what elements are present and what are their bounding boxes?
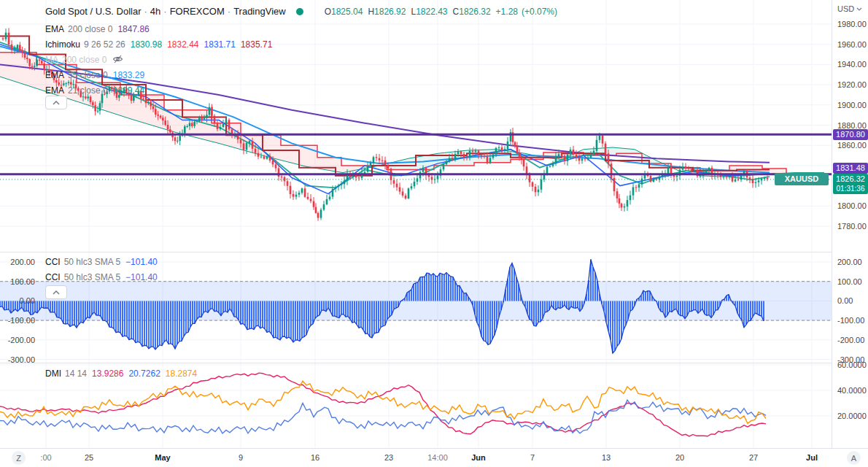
legend-row-cci-50[interactable]: CCI50 hlc3 SMA 5−101.40 — [45, 255, 158, 270]
time-label: 27 — [749, 453, 758, 462]
currency-selector[interactable]: USD — [837, 4, 862, 13]
dmi-tick: 60.0000 — [837, 360, 867, 369]
chevron-down-icon — [856, 7, 862, 11]
indicator-name: EMA — [45, 24, 64, 34]
time-label: 23 — [384, 453, 393, 462]
cci-tick: -200.00 — [837, 336, 864, 344]
dmi-tick: 40.0000 — [837, 386, 867, 395]
time-label: Jun — [471, 453, 486, 462]
time-label: 13 — [602, 453, 611, 462]
indicator-value: 1830.98 — [131, 39, 162, 50]
legend-row-dmi-14[interactable]: DMI14 1413.928620.726218.2874 — [45, 366, 197, 382]
eye-off-icon[interactable] — [112, 54, 123, 64]
legend-row-ichimoku-9[interactable]: Ichimoku9 26 52 261830.981832.441831.711… — [45, 37, 272, 53]
indicator-value: 1831.71 — [204, 39, 236, 50]
indicator-value: 1829.44 — [113, 85, 144, 96]
indicator-params: 9 26 52 26 — [84, 39, 125, 50]
time-label: 16 — [311, 453, 319, 462]
indicator-params: 50 hlc3 SMA 5 — [64, 272, 120, 282]
cci-left-tick: 200.00 — [10, 258, 35, 266]
time-label: :00 — [40, 453, 51, 462]
last-price-badge: 1826.32 01:31:36 — [833, 174, 868, 194]
price-tick: 1920.00 — [837, 80, 867, 89]
cci-left-tick: 0.00 — [20, 296, 35, 305]
indicator-name: DMI — [45, 368, 61, 379]
bar-countdown: 01:31:36 — [833, 184, 868, 193]
collapse-cci-legend-button[interactable] — [45, 285, 67, 299]
chart-header: Gold Spot / U.S. Dollar·4h·FOREXCOM·Trad… — [45, 6, 557, 17]
price-tick: 1980.00 — [837, 20, 867, 28]
time-label: 25 — [85, 453, 93, 462]
indicator-value: 18.2874 — [166, 368, 197, 379]
price-tick: 1960.00 — [837, 40, 867, 49]
indicator-name: Ichimoku — [45, 39, 80, 50]
time-axis[interactable]: Z :0025May9162314:00Jun7132027Jul A — [0, 448, 868, 467]
indicator-name: MA — [45, 55, 58, 65]
chevron-up-icon — [53, 101, 60, 105]
price-tick: 1800.00 — [837, 201, 867, 210]
indicator-value: 1832.44 — [167, 39, 198, 50]
ohlc-values: O1825.04H1826.92L1822.43C1826.32+1.28(+0… — [319, 7, 557, 17]
time-label: 7 — [530, 453, 535, 462]
dmi-tick: 20.0000 — [837, 412, 867, 420]
indicator-name: CCI — [45, 272, 61, 282]
indicator-name: EMA — [45, 70, 64, 80]
pane-separator-cci[interactable] — [0, 252, 868, 252]
indicator-value: 20.7262 — [128, 368, 160, 379]
cci-left-tick: -100.00 — [8, 316, 35, 325]
indicator-name: EMA — [45, 85, 64, 96]
legend-row-cci-50[interactable]: CCI50 hlc3 SMA 5−101.40 — [45, 270, 158, 285]
price-tick: 1780.00 — [837, 222, 867, 231]
indicator-params: 14 14 — [65, 368, 87, 379]
indicator-value: 1847.86 — [117, 24, 149, 34]
indicator-value: 1833.29 — [113, 70, 144, 80]
main-pane-legend: EMA200 close 01847.86Ichimoku9 26 52 261… — [45, 22, 272, 99]
price-tick: 1860.00 — [837, 141, 867, 150]
time-label: 20 — [675, 453, 684, 462]
cci-left-tick: -300.00 — [8, 355, 35, 364]
cci-tick: 100.00 — [837, 277, 862, 286]
time-label: 9 — [239, 453, 243, 462]
cci-tick: 200.00 — [837, 258, 862, 266]
indicator-params: 21 close 0 — [68, 85, 108, 96]
pane-separator-dmi[interactable] — [0, 363, 868, 363]
time-label: Jul — [806, 453, 818, 462]
legend-row-ema-21[interactable]: EMA21 close 01829.44 — [45, 83, 272, 99]
dmi-pane — [0, 373, 766, 436]
indicator-name: CCI — [45, 257, 61, 267]
indicator-value: 13.9286 — [92, 368, 123, 379]
cci-tick: 0.00 — [837, 296, 853, 305]
dmi-pane-legend: DMI14 1413.928620.726218.2874 — [45, 366, 197, 382]
tradingview-chart-window: Gold Spot / U.S. Dollar·4h·FOREXCOM·Trad… — [0, 0, 868, 467]
last-price-value: 1826.32 — [833, 174, 868, 184]
indicator-params: 200 close 0 — [68, 24, 112, 34]
price-tick: 1880.00 — [837, 121, 867, 130]
price-tick: 1940.00 — [837, 60, 867, 69]
indicator-value: −101.40 — [125, 272, 158, 282]
auto-scale-button[interactable]: A — [847, 451, 861, 465]
market-status-icon[interactable] — [296, 8, 303, 15]
price-axis[interactable]: USD 1980.001960.001940.001920.001900.001… — [832, 0, 868, 448]
legend-row-ema-200[interactable]: EMA200 close 01847.86 — [45, 22, 272, 37]
price-level-badge: 1870.80 — [833, 129, 868, 140]
exchange-label: FOREXCOM — [170, 6, 225, 17]
cci-left-tick: -200.00 — [8, 336, 35, 344]
cci-pane-legend: CCI50 hlc3 SMA 5−101.40CCI50 hlc3 SMA 5−… — [45, 255, 158, 285]
cci-tick: -100.00 — [837, 316, 864, 325]
time-label: 14:00 — [427, 453, 448, 462]
legend-row-ema-55[interactable]: EMA55 close 01833.29 — [45, 68, 272, 83]
timezone-button[interactable]: Z — [12, 451, 26, 465]
legend-row-ma-200[interactable]: MA200 close 0 — [45, 53, 272, 68]
dmi-line--DI — [0, 381, 766, 423]
cci-left-tick: 100.00 — [10, 277, 35, 286]
interval-label[interactable]: 4h — [150, 6, 160, 17]
price-tick: 1900.00 — [837, 101, 867, 109]
chevron-up-icon — [53, 290, 60, 295]
platform-label: TradingView — [233, 6, 286, 17]
time-label: May — [155, 453, 170, 462]
symbol-title[interactable]: Gold Spot / U.S. Dollar — [45, 6, 142, 17]
indicator-params: 55 close 0 — [68, 70, 108, 80]
indicator-value: 1835.71 — [241, 39, 272, 50]
indicator-params: 200 close 0 — [62, 55, 106, 65]
indicator-params: 50 hlc3 SMA 5 — [64, 257, 120, 267]
